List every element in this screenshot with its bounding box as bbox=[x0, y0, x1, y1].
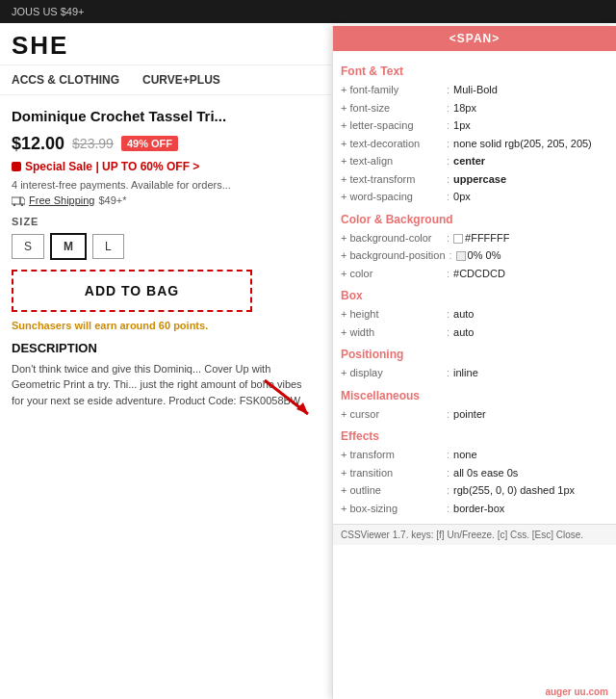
points-number: 60 bbox=[159, 320, 170, 331]
prop-name: + font-size bbox=[341, 100, 447, 116]
prop-row: + transform:none bbox=[341, 447, 608, 463]
discount-badge: 49% OFF bbox=[121, 136, 178, 151]
nav-item-curve[interactable]: CURVE+PLUS bbox=[142, 73, 220, 87]
prop-value: auto bbox=[453, 324, 608, 341]
prop-name: + display bbox=[341, 365, 447, 381]
prop-name: + background-color bbox=[341, 230, 447, 246]
special-sale-text: Special Sale | UP TO 60% OFF > bbox=[25, 160, 199, 173]
price-original: $23.99 bbox=[72, 136, 114, 151]
prop-row: + text-decoration:none solid rgb(205, 20… bbox=[341, 136, 608, 152]
svg-marker-1 bbox=[20, 197, 25, 204]
prop-sep: : bbox=[447, 365, 449, 381]
prop-sep: : bbox=[447, 82, 449, 98]
prop-row: + text-align:center bbox=[341, 153, 608, 169]
shipping-info: Free Shipping $49+* bbox=[12, 194, 306, 206]
prop-value: all 0s ease 0s bbox=[453, 465, 608, 481]
section-title: Positioning bbox=[341, 348, 608, 361]
prop-row: + font-size:18px bbox=[341, 100, 608, 116]
prop-row: + text-transform:uppercase bbox=[341, 171, 608, 188]
prop-name: + transform bbox=[341, 447, 447, 463]
prop-name: + text-transform bbox=[341, 171, 447, 188]
prop-sep: : bbox=[447, 266, 449, 282]
sale-dot-icon bbox=[12, 162, 21, 171]
prop-value: pointer bbox=[453, 406, 608, 423]
prop-sep: : bbox=[447, 306, 449, 323]
size-button-l[interactable]: L bbox=[92, 234, 124, 259]
prop-row: + background-color:#FFFFFF bbox=[341, 230, 608, 246]
section-title: Box bbox=[341, 289, 608, 302]
special-sale-banner[interactable]: Special Sale | UP TO 60% OFF > bbox=[12, 160, 306, 173]
prop-sep: : bbox=[447, 171, 449, 188]
prop-name: + cursor bbox=[341, 406, 447, 423]
prop-sep: : bbox=[447, 324, 449, 341]
prop-sep: : bbox=[447, 465, 449, 481]
prop-row: + box-sizing:border-box bbox=[341, 501, 608, 517]
prop-value: #FFFFFF bbox=[453, 230, 608, 246]
size-button-m[interactable]: M bbox=[50, 233, 87, 260]
prop-row: + color:#CDCDCD bbox=[341, 266, 608, 282]
section-title: Font & Text bbox=[341, 65, 608, 78]
size-selector: S M L bbox=[12, 233, 306, 260]
add-to-bag-button[interactable]: ADD TO BAG bbox=[12, 270, 252, 312]
prop-value: inline bbox=[453, 365, 608, 381]
main-content: Dominique Crochet Tassel Tri... $12.00 $… bbox=[0, 95, 318, 408]
prop-value: Muli-Bold bbox=[453, 82, 608, 98]
prop-value: auto bbox=[453, 306, 608, 323]
prop-name: + font-family bbox=[341, 82, 447, 98]
prop-name: + text-decoration bbox=[341, 136, 447, 152]
shipping-icon bbox=[12, 194, 25, 206]
description-title: DESCRIPTION bbox=[12, 341, 306, 355]
shipping-suffix: $49+* bbox=[99, 194, 127, 206]
prop-value: none solid rgb(205, 205, 205) bbox=[453, 136, 608, 152]
prop-sep: : bbox=[447, 153, 449, 169]
points-suffix: points. bbox=[170, 320, 208, 331]
prop-value: border-box bbox=[453, 501, 608, 517]
prop-row: + outline:rgb(255, 0, 0) dashed 1px bbox=[341, 482, 608, 499]
prop-sep: : bbox=[447, 482, 449, 499]
section-title: Color & Background bbox=[341, 213, 608, 226]
top-bar-text: JOUS US $49+ bbox=[12, 6, 85, 17]
prop-name: + letter-spacing bbox=[341, 117, 447, 134]
panel-body: Font & Text+ font-family:Muli-Bold+ font… bbox=[333, 51, 616, 524]
prop-row: + letter-spacing:1px bbox=[341, 117, 608, 134]
nav-item-accs[interactable]: ACCS & CLOTHING bbox=[12, 73, 119, 87]
prop-name: + text-align bbox=[341, 153, 447, 169]
prop-name: + background-position bbox=[341, 247, 449, 264]
shipping-link[interactable]: Free Shipping bbox=[29, 194, 95, 206]
prop-name: + outline bbox=[341, 482, 447, 499]
prop-value: center bbox=[453, 153, 608, 169]
prop-value: 0px bbox=[453, 189, 608, 205]
installments-text: 4 interest-free payments. Available for … bbox=[12, 179, 306, 191]
prop-value: 18px bbox=[453, 100, 608, 116]
color-swatch bbox=[456, 251, 466, 261]
prop-sep: : bbox=[447, 136, 449, 152]
size-button-s[interactable]: S bbox=[12, 234, 44, 259]
size-label: SIZE bbox=[12, 216, 306, 227]
section-title: Effects bbox=[341, 429, 608, 443]
watermark: auger uu.com bbox=[545, 686, 608, 697]
prop-row: + transition:all 0s ease 0s bbox=[341, 465, 608, 481]
prop-name: + height bbox=[341, 306, 447, 323]
prop-sep: : bbox=[447, 230, 449, 246]
prop-row: + background-position:0% 0% bbox=[341, 247, 608, 264]
price-row: $12.00 $23.99 49% OFF bbox=[12, 134, 306, 154]
prop-row: + display:inline bbox=[341, 365, 608, 381]
prop-sep: : bbox=[447, 189, 449, 205]
prop-value: uppercase bbox=[453, 171, 608, 188]
price-current: $12.00 bbox=[12, 134, 64, 154]
svg-rect-0 bbox=[12, 197, 20, 204]
prop-row: + cursor:pointer bbox=[341, 406, 608, 423]
prop-sep: : bbox=[449, 247, 452, 264]
prop-value: 1px bbox=[453, 117, 608, 134]
section-title: Miscellaneous bbox=[341, 389, 608, 402]
prop-value: 0% 0% bbox=[456, 247, 608, 264]
points-info: Sunchasers will earn around 60 points. bbox=[12, 320, 306, 331]
css-viewer-panel: <SPAN> Font & Text+ font-family:Muli-Bol… bbox=[332, 26, 616, 699]
prop-row: + height:auto bbox=[341, 306, 608, 323]
panel-header: <SPAN> bbox=[333, 26, 616, 51]
color-swatch bbox=[453, 234, 463, 244]
prop-name: + color bbox=[341, 266, 447, 282]
prop-name: + width bbox=[341, 324, 447, 341]
points-prefix: Sunchasers will earn around bbox=[12, 320, 159, 331]
prop-sep: : bbox=[447, 100, 449, 116]
